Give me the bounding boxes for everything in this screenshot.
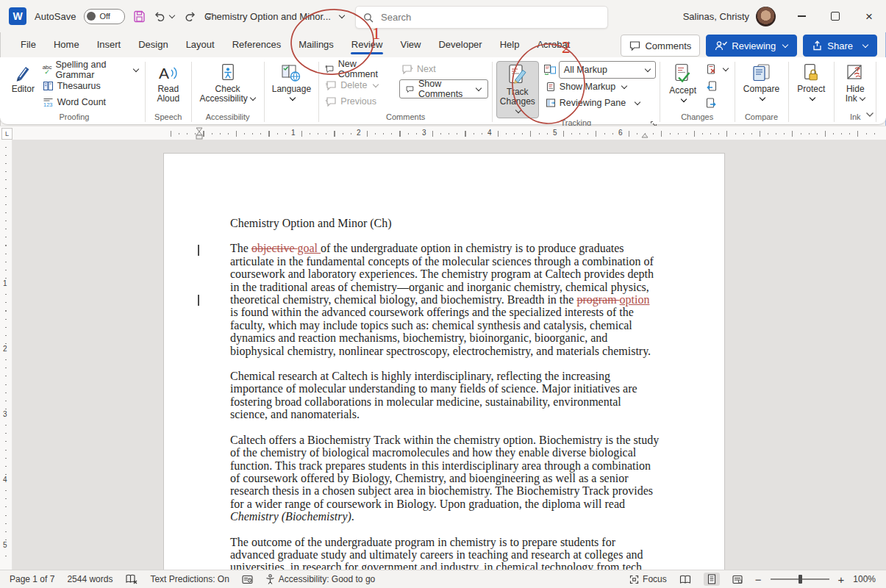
share-button[interactable]: Share bbox=[803, 35, 877, 57]
show-markup-button[interactable]: Show Markup bbox=[543, 79, 656, 94]
track-changes-button[interactable]: Track Changes bbox=[496, 61, 539, 118]
divider bbox=[492, 62, 493, 122]
page-indicator[interactable]: Page 1 of 7 bbox=[10, 574, 54, 584]
zoom-slider-thumb[interactable] bbox=[799, 575, 802, 584]
lock-tracking-icon[interactable] bbox=[543, 64, 556, 75]
right-indent-marker[interactable] bbox=[641, 133, 649, 138]
avatar[interactable] bbox=[756, 7, 776, 26]
text-run: Chemical research at Caltech is highly i… bbox=[230, 370, 637, 420]
tab-view[interactable]: View bbox=[391, 34, 429, 57]
zoom-level[interactable]: 100% bbox=[853, 574, 876, 584]
indent-marker[interactable] bbox=[196, 127, 203, 140]
focus-mode-button[interactable]: Focus bbox=[629, 574, 667, 584]
tab-file[interactable]: File bbox=[12, 34, 45, 57]
vertical-ruler-number: 1 bbox=[3, 279, 7, 287]
read-mode-button[interactable] bbox=[676, 573, 695, 586]
previous-change-button[interactable] bbox=[704, 78, 731, 93]
search-input[interactable] bbox=[379, 11, 559, 24]
delete-comment-button[interactable]: Delete bbox=[323, 77, 387, 93]
close-button[interactable]: × bbox=[852, 0, 886, 32]
share-icon bbox=[812, 40, 823, 51]
save-icon[interactable] bbox=[133, 10, 146, 23]
tab-help[interactable]: Help bbox=[491, 34, 529, 57]
comments-button[interactable]: Comments bbox=[621, 35, 700, 57]
previous-comment-button[interactable]: Previous bbox=[323, 93, 387, 109]
paragraph[interactable]: The outcome of the undergraduate program… bbox=[230, 536, 660, 570]
collapse-ribbon-icon[interactable] bbox=[865, 112, 874, 118]
tab-insert[interactable]: Insert bbox=[88, 34, 130, 57]
group-protect: Protect bbox=[792, 60, 830, 124]
protect-chevron-icon bbox=[810, 95, 815, 101]
tab-developer[interactable]: Developer bbox=[429, 34, 490, 57]
thesaurus-button[interactable]: Thesaurus bbox=[40, 78, 141, 93]
track-changes-icon bbox=[507, 64, 528, 86]
comment-icon bbox=[629, 40, 640, 51]
ruler-number: 5 bbox=[551, 129, 560, 137]
print-layout-button[interactable] bbox=[704, 573, 720, 586]
tab-references[interactable]: References bbox=[224, 34, 290, 57]
proofing-errors-icon[interactable] bbox=[125, 574, 137, 584]
new-comment-button[interactable]: New Comment bbox=[323, 61, 387, 76]
tab-design[interactable]: Design bbox=[129, 34, 176, 57]
compare-button[interactable]: Compare bbox=[739, 61, 785, 103]
maximize-button[interactable] bbox=[818, 0, 852, 32]
divider bbox=[876, 62, 876, 122]
next-comment-button[interactable]: Next bbox=[399, 61, 488, 76]
language-button[interactable]: Language bbox=[268, 61, 315, 103]
tab-acrobat[interactable]: Acrobat bbox=[528, 34, 579, 57]
text-run: The outcome of the undergraduate program… bbox=[230, 536, 643, 570]
reviewing-button[interactable]: Reviewing bbox=[706, 35, 797, 57]
show-comments-button[interactable]: Show Comments bbox=[399, 79, 488, 98]
word-count-indicator[interactable]: 2544 words bbox=[67, 574, 112, 584]
search-bar[interactable] bbox=[355, 6, 608, 29]
accessibility-status[interactable]: Accessibility: Good to go bbox=[265, 574, 375, 584]
horizontal-ruler[interactable]: L 123456 bbox=[0, 126, 886, 140]
document-heading[interactable]: Chemistry Option and Minor (Ch) bbox=[230, 217, 660, 229]
document-canvas[interactable]: 12345 Chemistry Option and Minor (Ch) Th… bbox=[0, 140, 886, 570]
reject-change-icon bbox=[706, 64, 717, 74]
account-area[interactable]: Salinas, Christy bbox=[683, 0, 776, 32]
word-count-button[interactable]: 123 Word Count bbox=[40, 94, 141, 110]
check-accessibility-button[interactable]: Check Accessibility bbox=[196, 61, 260, 105]
share-chevron-icon bbox=[862, 42, 868, 48]
undo-button[interactable] bbox=[154, 10, 175, 22]
group-label-language bbox=[268, 121, 315, 124]
next-change-icon bbox=[706, 98, 717, 108]
web-layout-button[interactable] bbox=[729, 573, 746, 586]
tab-mailings[interactable]: Mailings bbox=[290, 34, 343, 57]
vertical-ruler[interactable]: 12345 bbox=[0, 140, 12, 570]
paragraph[interactable]: The objective goal of the undergraduate … bbox=[230, 242, 660, 357]
redo-button[interactable] bbox=[183, 10, 196, 22]
read-aloud-button[interactable]: A Read Aloud bbox=[149, 61, 187, 105]
tab-layout[interactable]: Layout bbox=[177, 34, 224, 57]
next-change-button[interactable] bbox=[704, 95, 731, 110]
zoom-slider[interactable] bbox=[771, 578, 829, 580]
paragraph[interactable]: Chemical research at Caltech is highly i… bbox=[230, 370, 660, 421]
editor-button[interactable]: Editor bbox=[7, 61, 39, 96]
paragraph[interactable]: Caltech offers a Biochemistry Track with… bbox=[230, 434, 660, 523]
document-body[interactable]: Chemistry Option and Minor (Ch) The obje… bbox=[230, 217, 660, 570]
tracked-deletion: program bbox=[576, 293, 619, 306]
minimize-button[interactable] bbox=[785, 0, 818, 32]
document-title-menu[interactable]: Chemistry Option and Minor... bbox=[204, 0, 345, 32]
change-bar bbox=[198, 245, 199, 256]
all-markup-chevron-icon bbox=[645, 65, 651, 71]
divider bbox=[834, 62, 835, 122]
editor-insights-icon[interactable] bbox=[242, 575, 253, 584]
accept-button[interactable]: Accept bbox=[664, 61, 702, 104]
reviewing-pane-button[interactable]: Reviewing Pane bbox=[543, 95, 656, 110]
reject-change-button[interactable] bbox=[704, 61, 731, 76]
zoom-in-button[interactable]: + bbox=[838, 573, 845, 586]
autosave-toggle[interactable]: Off bbox=[84, 9, 125, 24]
tab-review[interactable]: Review bbox=[343, 34, 392, 57]
protect-button[interactable]: Protect bbox=[792, 61, 830, 103]
tab-stop-selector[interactable]: L bbox=[1, 128, 12, 140]
spelling-grammar-button[interactable]: abc✓ Spelling and Grammar bbox=[40, 62, 141, 77]
display-for-review-dropdown[interactable]: All Markup bbox=[559, 61, 656, 79]
previous-change-icon bbox=[706, 81, 717, 91]
hide-ink-button[interactable]: Hide Ink bbox=[838, 61, 872, 105]
tab-home[interactable]: Home bbox=[45, 34, 88, 57]
text-predictions-indicator[interactable]: Text Predictions: On bbox=[150, 574, 229, 584]
document-page[interactable]: Chemistry Option and Minor (Ch) The obje… bbox=[163, 153, 725, 570]
zoom-out-button[interactable]: − bbox=[755, 573, 762, 586]
